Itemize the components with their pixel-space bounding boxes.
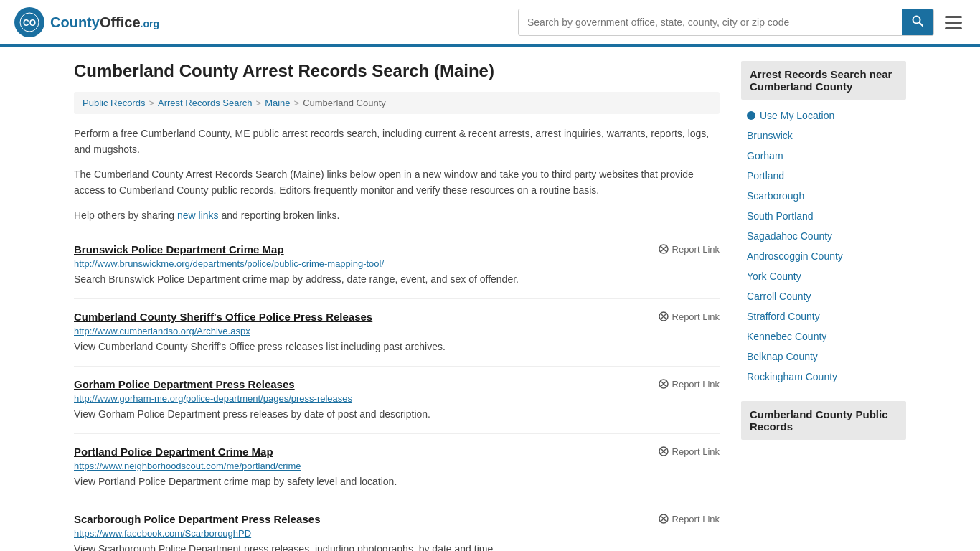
- sidebar-nearby-link-0[interactable]: Brunswick: [747, 130, 793, 141]
- sidebar-nearby-link-8[interactable]: Carroll County: [747, 291, 811, 302]
- result-header: Portland Police Department Crime Map Rep…: [74, 446, 720, 458]
- sidebar-nearby-title: Arrest Records Search near Cumberland Co…: [741, 61, 906, 100]
- sidebar-nearby-link-4[interactable]: South Portland: [747, 210, 814, 222]
- location-icon: [747, 111, 755, 120]
- breadcrumb-arrest-records[interactable]: Arrest Records Search: [158, 98, 253, 108]
- header-right: [518, 9, 966, 36]
- report-icon: [659, 244, 669, 254]
- description-2: The Cumberland County Arrest Records Sea…: [74, 166, 720, 199]
- result-title-4[interactable]: Scarborough Police Department Press Rele…: [74, 513, 320, 525]
- result-desc-2: View Gorham Police Department press rele…: [74, 407, 720, 422]
- sidebar-nearby-link-5[interactable]: Sagadahoc County: [747, 230, 832, 242]
- sidebar-nearby-item: Carroll County: [741, 286, 906, 306]
- sidebar-nearby-link-12[interactable]: Rockingham County: [747, 371, 837, 382]
- sidebar-nearby-item: Gorham: [741, 146, 906, 166]
- sidebar-nearby-item: Rockingham County: [741, 367, 906, 387]
- breadcrumb-maine[interactable]: Maine: [265, 98, 290, 108]
- report-icon: [659, 311, 669, 321]
- description-3-post: and reporting broken links.: [219, 209, 340, 221]
- main-container: Cumberland County Arrest Records Search …: [60, 47, 920, 551]
- sidebar-location-item: Use My Location: [741, 105, 906, 126]
- result-item: Gorham Police Department Press Releases …: [74, 367, 720, 434]
- breadcrumb-sep-2: >: [256, 98, 262, 108]
- sidebar-nearby-item: Kennebec County: [741, 326, 906, 347]
- report-link-1[interactable]: Report Link: [659, 311, 720, 322]
- sidebar-nearby-link-9[interactable]: Strafford County: [747, 311, 820, 322]
- report-icon: [659, 379, 669, 389]
- sidebar-nearby-item: Brunswick: [741, 126, 906, 146]
- report-icon: [659, 514, 669, 524]
- sidebar-nearby-link-7[interactable]: York County: [747, 270, 801, 282]
- result-title-1[interactable]: Cumberland County Sheriff's Office Polic…: [74, 311, 372, 323]
- result-header: Cumberland County Sheriff's Office Polic…: [74, 311, 720, 323]
- result-item: Cumberland County Sheriff's Office Polic…: [74, 299, 720, 367]
- result-item: Portland Police Department Crime Map Rep…: [74, 434, 720, 501]
- result-item: Scarborough Police Department Press Rele…: [74, 501, 720, 551]
- sidebar-nearby-link-3[interactable]: Scarborough: [747, 190, 804, 202]
- svg-line-3: [920, 23, 923, 27]
- sidebar-nearby-item: Belknap County: [741, 347, 906, 367]
- result-desc-3: View Portland Police Department crime ma…: [74, 474, 720, 489]
- sidebar-nearby-item: Androscoggin County: [741, 246, 906, 266]
- content-area: Cumberland County Arrest Records Search …: [74, 61, 720, 551]
- result-url-0[interactable]: http://www.brunswickme.org/departments/p…: [74, 258, 720, 269]
- breadcrumb-public-records[interactable]: Public Records: [83, 98, 145, 108]
- hamburger-button[interactable]: [941, 12, 966, 33]
- breadcrumb-sep-1: >: [149, 98, 154, 108]
- report-link-3[interactable]: Report Link: [659, 446, 720, 457]
- sidebar-nearby-item: York County: [741, 266, 906, 286]
- use-my-location-link[interactable]: Use My Location: [760, 110, 834, 121]
- result-url-2[interactable]: http://www.gorham-me.org/police-departme…: [74, 393, 720, 404]
- sidebar-public-records-section: Cumberland County Public Records: [741, 401, 906, 440]
- result-header: Scarborough Police Department Press Rele…: [74, 513, 720, 525]
- sidebar: Arrest Records Search near Cumberland Co…: [741, 61, 906, 551]
- result-desc-4: View Scarborough Police Department press…: [74, 542, 720, 551]
- result-url-3[interactable]: https://www.neighborhoodscout.com/me/por…: [74, 461, 720, 471]
- report-icon: [659, 446, 669, 456]
- breadcrumb: Public Records > Arrest Records Search >…: [74, 92, 720, 114]
- result-header: Gorham Police Department Press Releases …: [74, 378, 720, 390]
- report-link-2[interactable]: Report Link: [659, 379, 720, 390]
- hamburger-line-3: [945, 27, 962, 29]
- breadcrumb-sep-3: >: [294, 98, 300, 108]
- result-item: Brunswick Police Department Crime Map Re…: [74, 232, 720, 299]
- sidebar-public-records-title: Cumberland County Public Records: [741, 401, 906, 440]
- sidebar-nearby-item: South Portland: [741, 206, 906, 226]
- sidebar-nearby-link-1[interactable]: Gorham: [747, 150, 783, 161]
- results-list: Brunswick Police Department Crime Map Re…: [74, 232, 720, 551]
- hamburger-line-2: [945, 22, 962, 24]
- result-title-2[interactable]: Gorham Police Department Press Releases: [74, 378, 295, 390]
- result-url-1[interactable]: http://www.cumberlandso.org/Archive.aspx: [74, 326, 720, 336]
- description-3-pre: Help others by sharing: [74, 209, 177, 221]
- search-button[interactable]: [902, 9, 933, 35]
- logo-icon: CO: [14, 7, 44, 37]
- result-url-4[interactable]: https://www.facebook.com/ScarboroughPD: [74, 528, 720, 539]
- report-link-0[interactable]: Report Link: [659, 244, 720, 255]
- sidebar-nearby-item: Sagadahoc County: [741, 226, 906, 246]
- sidebar-nearby-link-11[interactable]: Belknap County: [747, 351, 818, 362]
- sidebar-nearby-section: Arrest Records Search near Cumberland Co…: [741, 61, 906, 387]
- result-title-3[interactable]: Portland Police Department Crime Map: [74, 446, 273, 458]
- logo-area: CO CountyOffice.org: [14, 7, 159, 37]
- result-desc-1: View Cumberland County Sheriff's Office …: [74, 339, 720, 354]
- report-link-4[interactable]: Report Link: [659, 514, 720, 524]
- search-input[interactable]: [519, 11, 902, 34]
- page-title: Cumberland County Arrest Records Search …: [74, 61, 720, 81]
- hamburger-line-1: [945, 16, 962, 18]
- sidebar-nearby-link-2[interactable]: Portland: [747, 170, 784, 182]
- sidebar-links: BrunswickGorhamPortlandScarboroughSouth …: [741, 126, 906, 387]
- new-links-link[interactable]: new links: [177, 209, 219, 221]
- logo-text: CountyOffice.org: [50, 14, 159, 31]
- description-3: Help others by sharing new links and rep…: [74, 207, 720, 223]
- sidebar-nearby-link-6[interactable]: Androscoggin County: [747, 250, 843, 262]
- result-title-0[interactable]: Brunswick Police Department Crime Map: [74, 243, 284, 255]
- svg-text:CO: CO: [23, 18, 36, 28]
- result-desc-0: Search Brunswick Police Department crime…: [74, 272, 720, 287]
- sidebar-nearby-item: Scarborough: [741, 186, 906, 206]
- result-header: Brunswick Police Department Crime Map Re…: [74, 243, 720, 255]
- sidebar-nearby-link-10[interactable]: Kennebec County: [747, 331, 826, 342]
- logo-county: County: [50, 14, 100, 30]
- sidebar-nearby-item: Strafford County: [741, 306, 906, 326]
- sidebar-nearby-item: Portland: [741, 166, 906, 186]
- description-1: Perform a free Cumberland County, ME pub…: [74, 126, 720, 158]
